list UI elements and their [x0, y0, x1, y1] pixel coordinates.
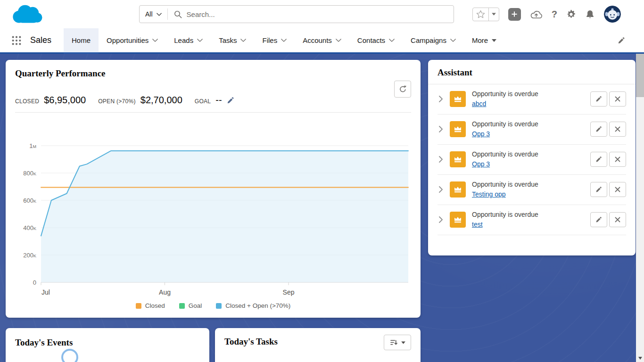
- opportunity-icon-badge: [450, 121, 466, 137]
- tab-campaigns[interactable]: Campaigns: [403, 28, 464, 52]
- tab-more[interactable]: More: [464, 28, 504, 52]
- search-scope-divider: [167, 8, 168, 20]
- global-actions-button[interactable]: [508, 8, 521, 21]
- app-launcher-button[interactable]: [8, 33, 25, 49]
- legend-item-closed: Closed: [136, 302, 165, 309]
- stat-value-closed: $6,95,000: [44, 95, 86, 106]
- tab-label: Leads: [174, 36, 193, 44]
- card-title: Today's Events: [15, 337, 200, 348]
- caret-down-icon: [492, 13, 496, 16]
- chevron-down-icon[interactable]: [197, 39, 203, 42]
- app-navigation-bar: Sales Home Opportunities Leads Tasks Fil…: [0, 28, 644, 54]
- svg-text:200K: 200K: [23, 252, 36, 259]
- card-title: Quarterly Performance: [15, 68, 411, 79]
- favorites-star-button[interactable]: [473, 8, 488, 21]
- empty-state-illustration: [61, 349, 78, 362]
- app-name: Sales: [30, 35, 51, 45]
- svg-text:400K: 400K: [23, 224, 36, 231]
- chevron-right-icon: [439, 216, 443, 223]
- item-message: Opportunity is overdue: [472, 90, 590, 98]
- svg-text:Jul: Jul: [41, 288, 50, 296]
- help-button[interactable]: ?: [552, 9, 557, 19]
- tab-home[interactable]: Home: [64, 28, 99, 52]
- expand-chevron-button[interactable]: [439, 216, 443, 223]
- scrollbar-thumb[interactable]: [636, 54, 644, 97]
- vertical-scrollbar[interactable]: [636, 54, 644, 362]
- tab-leads[interactable]: Leads: [166, 28, 211, 52]
- item-message: Opportunity is overdue: [472, 150, 590, 158]
- chevron-down-icon[interactable]: [389, 39, 395, 42]
- chevron-down-icon: [157, 13, 162, 16]
- tab-tasks[interactable]: Tasks: [211, 28, 254, 52]
- caret-down-icon: [401, 341, 405, 344]
- tab-contacts[interactable]: Contacts: [349, 28, 403, 52]
- crown-icon: [453, 155, 462, 164]
- global-search: All: [139, 5, 454, 23]
- guidance-center-button[interactable]: [530, 10, 543, 19]
- card-title: Today's Tasks: [224, 337, 411, 347]
- tab-opportunities[interactable]: Opportunities: [99, 28, 166, 52]
- edit-button[interactable]: [590, 152, 607, 167]
- chevron-down-icon[interactable]: [336, 39, 341, 42]
- pencil-icon: [595, 216, 602, 223]
- notifications-button[interactable]: [585, 9, 595, 19]
- edit-button[interactable]: [590, 91, 607, 107]
- svg-text:600K: 600K: [23, 197, 36, 204]
- chevron-down-icon[interactable]: [450, 39, 456, 42]
- close-icon: [615, 96, 620, 102]
- close-icon: [615, 217, 620, 222]
- scrollbar-down-button[interactable]: [636, 354, 644, 362]
- expand-chevron-button[interactable]: [439, 96, 443, 102]
- tab-label: Campaigns: [411, 36, 446, 44]
- expand-chevron-button[interactable]: [439, 156, 443, 163]
- chevron-down-icon[interactable]: [152, 39, 158, 42]
- setup-button[interactable]: [566, 9, 576, 19]
- edit-button[interactable]: [590, 122, 607, 137]
- user-avatar[interactable]: [604, 6, 621, 23]
- arrow-down-icon: [638, 357, 642, 362]
- assistant-item-text: Opportunity is overdue Opp 3: [472, 150, 590, 168]
- legend-label: Goal: [189, 302, 202, 309]
- pencil-icon: [595, 96, 602, 102]
- legend-swatch-closed-open: [216, 303, 222, 309]
- salesforce-logo: [9, 2, 45, 26]
- edit-button[interactable]: [590, 182, 607, 197]
- search-input[interactable]: [187, 10, 454, 18]
- star-icon: [476, 10, 485, 18]
- edit-goal-button[interactable]: [227, 97, 234, 104]
- expand-chevron-button[interactable]: [439, 186, 443, 193]
- opportunity-link[interactable]: abcd: [472, 100, 486, 107]
- todays-tasks-card: Today's Tasks: [215, 328, 421, 362]
- tasks-sort-dropdown-button[interactable]: [384, 335, 411, 350]
- refresh-button[interactable]: [394, 81, 411, 98]
- dismiss-button[interactable]: [609, 212, 626, 227]
- opportunity-link[interactable]: Testing opp: [472, 190, 506, 198]
- dismiss-button[interactable]: [609, 182, 626, 197]
- dismiss-button[interactable]: [609, 152, 626, 167]
- legend-swatch-closed: [136, 303, 141, 309]
- opportunity-link[interactable]: Opp 3: [472, 160, 490, 168]
- chevron-down-icon[interactable]: [281, 39, 287, 42]
- pencil-icon: [227, 97, 234, 104]
- tab-label: Contacts: [357, 36, 385, 44]
- opportunity-link[interactable]: test: [472, 221, 483, 228]
- favorites-dropdown-button[interactable]: [488, 8, 499, 21]
- tab-accounts[interactable]: Accounts: [295, 28, 349, 52]
- pencil-icon: [595, 156, 602, 163]
- app-launcher-grid-icon: [11, 35, 22, 46]
- dismiss-button[interactable]: [609, 122, 626, 137]
- edit-button[interactable]: [590, 212, 607, 227]
- dismiss-button[interactable]: [609, 91, 626, 107]
- edit-navigation-button[interactable]: [618, 28, 625, 52]
- opportunity-link[interactable]: Opp 3: [472, 130, 490, 138]
- search-scope-dropdown[interactable]: All: [140, 6, 167, 23]
- tab-label: Tasks: [219, 36, 237, 44]
- expand-chevron-button[interactable]: [439, 126, 443, 132]
- chevron-down-icon[interactable]: [240, 39, 246, 42]
- assistant-card: Assistant Opportunity is overdue abcd: [428, 60, 636, 255]
- legend-item-closed-open: Closed + Open (>70%): [216, 302, 290, 309]
- bottom-cards-row: Today's Events Today's Tasks: [6, 328, 421, 362]
- tab-label: Accounts: [303, 36, 332, 44]
- header-actions: ?: [472, 0, 621, 28]
- tab-files[interactable]: Files: [254, 28, 295, 52]
